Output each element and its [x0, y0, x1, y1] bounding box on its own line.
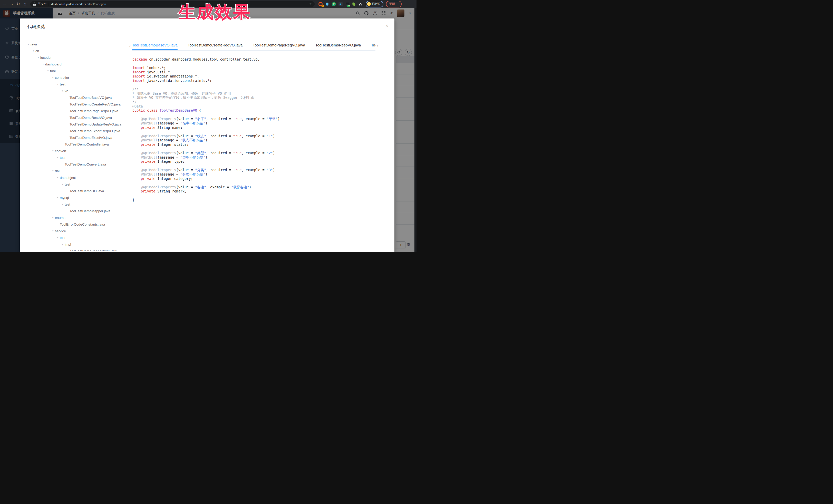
- menu-kebab-icon[interactable]: ⋮: [397, 3, 400, 5]
- code-line: * 如果子 VO 存在差异的字段，请不要添加到这里，影响 Swagger 文档生…: [133, 95, 389, 100]
- forward-icon[interactable]: →: [8, 2, 15, 6]
- expand-arrow-icon[interactable]: ▾: [36, 56, 40, 59]
- tab-ToolTestDemoUpdateReqVO.java[interactable]: ToolTestDemoUpdateReqVO.java: [371, 41, 376, 50]
- tree-label: ToolTestDemoUpdateReqVO.java: [70, 122, 121, 126]
- tree-folder-iocoder[interactable]: ▾iocoder: [25, 54, 126, 61]
- expand-arrow-icon[interactable]: ▾: [61, 203, 65, 206]
- expand-arrow-icon[interactable]: ▾: [41, 63, 45, 66]
- tree-folder-tool[interactable]: ▾tool: [25, 68, 126, 74]
- tree-file-ToolTestDemoServiceImpl.java[interactable]: ToolTestDemoServiceImpl.java: [25, 248, 126, 251]
- expand-arrow-icon[interactable]: ▾: [51, 170, 55, 172]
- tree-folder-dashboard[interactable]: ▾dashboard: [25, 61, 126, 68]
- expand-arrow-icon[interactable]: ▾: [31, 50, 35, 52]
- tree-file-ToolTestDemoRespVO.java[interactable]: ToolTestDemoRespVO.java: [25, 114, 126, 121]
- tree-label: ToolTestDemoCreateReqVO.java: [70, 102, 121, 106]
- file-tree: ▾java▾cn▾iocoder▾dashboard▾tool▾controll…: [25, 41, 126, 251]
- expand-arrow-icon[interactable]: ▾: [56, 236, 60, 239]
- expand-arrow-icon[interactable]: ▾: [51, 230, 55, 232]
- tree-folder-java[interactable]: ▾java: [25, 41, 126, 47]
- code-line: @ApiModelProperty(value = "名字", required…: [133, 117, 389, 121]
- expand-arrow-icon[interactable]: ▾: [51, 216, 55, 219]
- tree-file-ToolTestDemoMapper.java[interactable]: ToolTestDemoMapper.java: [25, 208, 126, 214]
- tree-folder-enums[interactable]: ▾enums: [25, 214, 126, 221]
- tree-folder-test[interactable]: ▾test: [25, 181, 126, 188]
- tree-file-ToolTestDemoDO.java[interactable]: ToolTestDemoDO.java: [25, 188, 126, 194]
- tabs-scroll-left-icon[interactable]: ‹: [127, 44, 132, 48]
- expand-arrow-icon[interactable]: ▾: [56, 156, 60, 159]
- security-label[interactable]: 不安全: [38, 2, 47, 6]
- blue-diamond-icon[interactable]: ◆: [338, 2, 342, 6]
- tree-label: enums: [55, 216, 66, 220]
- tab-ToolTestDemoBaseVO.java[interactable]: ToolTestDemoBaseVO.java: [132, 41, 177, 50]
- tabs-scroller: ToolTestDemoBaseVO.javaToolTestDemoCreat…: [132, 41, 376, 51]
- code-line: @ApiModelProperty(value = "类型", required…: [133, 151, 389, 155]
- tree-file-ToolTestDemoConvert.java[interactable]: ToolTestDemoConvert.java: [25, 161, 126, 168]
- tree-folder-test[interactable]: ▾test: [25, 154, 126, 161]
- expand-arrow-icon[interactable]: ▾: [56, 83, 60, 86]
- tree-folder-vo[interactable]: ▾vo: [25, 88, 126, 94]
- back-icon[interactable]: ←: [2, 2, 8, 6]
- tree-file-ToolTestDemoBaseVO.java[interactable]: ToolTestDemoBaseVO.java: [25, 94, 126, 101]
- tree-label: ToolTestDemoRespVO.java: [70, 116, 112, 120]
- tree-folder-test[interactable]: ▾test: [25, 201, 126, 208]
- modal-title: 代码预览: [27, 24, 45, 29]
- code-line: */: [133, 100, 389, 104]
- divider: [49, 3, 49, 6]
- tree-label: test: [60, 156, 66, 160]
- code-viewer: package cn.iocoder.dashboard.modules.too…: [133, 57, 389, 252]
- puzzle-icon[interactable]: [358, 2, 363, 6]
- tree-file-ToolTestDemoController.java[interactable]: ToolTestDemoController.java: [25, 141, 126, 148]
- tree-file-ToolTestDemoExportReqVO.java[interactable]: ToolTestDemoExportReqVO.java: [25, 127, 126, 134]
- tree-folder-test[interactable]: ▾test: [25, 81, 126, 88]
- tab-ToolTestDemoPageReqVO.java[interactable]: ToolTestDemoPageReqVO.java: [253, 41, 305, 50]
- code-line: [133, 62, 389, 66]
- expand-arrow-icon[interactable]: ▾: [61, 183, 65, 186]
- tree-label: dashboard: [45, 62, 62, 66]
- tree-label: service: [55, 229, 66, 233]
- tree-label: dataobject: [60, 176, 76, 179]
- tree-folder-test[interactable]: ▾test: [25, 234, 126, 241]
- close-icon[interactable]: ×: [385, 23, 388, 28]
- tree-file-ToolTestDemoPageReqVO.java[interactable]: ToolTestDemoPageReqVO.java: [25, 107, 126, 114]
- tree-label: ToolErrorCodeConstants.java: [60, 222, 105, 226]
- star-icon[interactable]: ☆: [309, 2, 312, 6]
- tree-label: test: [65, 183, 70, 186]
- profile-chip[interactable]: 已暂停: [366, 1, 383, 7]
- tabs-scroll-right-icon[interactable]: ›: [376, 44, 380, 48]
- code-line: [133, 193, 389, 198]
- water-drop-icon[interactable]: [325, 2, 329, 6]
- sprout-icon[interactable]: [352, 2, 356, 6]
- tree-folder-dal[interactable]: ▾dal: [25, 168, 126, 174]
- tree-folder-mysql[interactable]: ▾mysql: [25, 194, 126, 201]
- home-icon[interactable]: ⌂: [22, 2, 28, 6]
- code-line: @ApiModelProperty(value = "备注", example …: [133, 185, 389, 189]
- expand-arrow-icon[interactable]: ▾: [46, 70, 50, 72]
- address-bar[interactable]: 不安全 dashboard.yudao.iocoder.cn /tool/cod…: [30, 1, 315, 7]
- tree-folder-controller[interactable]: ▾controller: [25, 74, 126, 81]
- tree-folder-dataobject[interactable]: ▾dataobject: [25, 174, 126, 181]
- tree-folder-cn[interactable]: ▾cn: [25, 47, 126, 54]
- tree-file-ToolTestDemoUpdateReqVO.java[interactable]: ToolTestDemoUpdateReqVO.java: [25, 121, 126, 127]
- reload-icon[interactable]: ↻: [15, 2, 22, 6]
- tree-folder-impl[interactable]: ▾impl: [25, 241, 126, 248]
- tree-file-ToolTestDemoExcelVO.java[interactable]: ToolTestDemoExcelVO.java: [25, 134, 126, 141]
- expand-arrow-icon[interactable]: ▾: [51, 76, 55, 79]
- green-y-icon[interactable]: y: [332, 2, 336, 6]
- tree-folder-convert[interactable]: ▾convert: [25, 148, 126, 154]
- list-on-icon[interactable]: on: [345, 2, 349, 6]
- update-button[interactable]: 更新 ⋮: [386, 1, 402, 7]
- expand-arrow-icon[interactable]: ▾: [56, 196, 60, 199]
- code-line: }: [133, 198, 389, 202]
- tree-file-ToolErrorCodeConstants.java[interactable]: ToolErrorCodeConstants.java: [25, 221, 126, 227]
- expand-arrow-icon[interactable]: ▾: [61, 243, 65, 246]
- expand-arrow-icon[interactable]: ▾: [51, 150, 55, 152]
- browser-scrollbar[interactable]: [414, 8, 416, 252]
- ubuntu-icon[interactable]: 1: [318, 2, 323, 6]
- tab-ToolTestDemoCreateReqVO.java[interactable]: ToolTestDemoCreateReqVO.java: [188, 41, 243, 50]
- tab-ToolTestDemoRespVO.java[interactable]: ToolTestDemoRespVO.java: [315, 41, 361, 50]
- tree-folder-service[interactable]: ▾service: [25, 227, 126, 234]
- expand-arrow-icon[interactable]: ▾: [56, 176, 60, 179]
- expand-arrow-icon[interactable]: ▾: [26, 43, 30, 45]
- expand-arrow-icon[interactable]: ▾: [61, 90, 65, 92]
- tree-file-ToolTestDemoCreateReqVO.java[interactable]: ToolTestDemoCreateReqVO.java: [25, 101, 126, 107]
